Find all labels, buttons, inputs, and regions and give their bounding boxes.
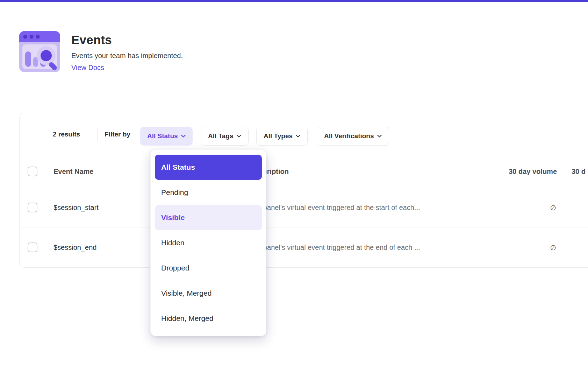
column-header-30-day-volume: 30 day volume <box>509 168 557 176</box>
menu-item-dropped[interactable]: Dropped <box>155 255 262 281</box>
column-header-truncated: 30 d <box>572 168 588 176</box>
volume-cell: ∅ <box>550 244 556 252</box>
event-description-cell: panel's virtual event triggered at the e… <box>263 244 459 252</box>
chevron-down-icon <box>181 135 186 138</box>
filter-divider <box>98 128 98 141</box>
tags-filter-label: All Tags <box>208 132 234 140</box>
status-filter-menu: All Status Pending Visible Hidden Droppe… <box>150 149 266 336</box>
row-checkbox[interactable] <box>28 203 37 212</box>
status-filter-label: All Status <box>147 132 178 140</box>
menu-item-hidden-merged[interactable]: Hidden, Merged <box>155 306 262 331</box>
types-filter-button[interactable]: All Types <box>256 127 308 146</box>
table-header-row: Event Name Description 30 day volume 30 … <box>20 156 588 187</box>
view-docs-link[interactable]: View Docs <box>71 64 104 72</box>
chevron-down-icon <box>377 135 382 138</box>
menu-item-visible-merged[interactable]: Visible, Merged <box>155 281 262 306</box>
verifications-filter-label: All Verifications <box>324 132 374 140</box>
menu-item-visible[interactable]: Visible <box>155 205 262 230</box>
event-name-cell[interactable]: $session_start <box>53 204 99 212</box>
column-header-event-name: Event Name <box>53 168 94 176</box>
status-filter-button[interactable]: All Status <box>140 127 193 146</box>
table-row[interactable]: $session_start panel's virtual event tri… <box>20 187 588 227</box>
chevron-down-icon <box>296 135 300 138</box>
volume-cell: ∅ <box>550 204 556 212</box>
event-description-cell: panel's virtual event triggered at the s… <box>263 204 459 212</box>
results-count: 2 results <box>53 113 80 156</box>
row-checkbox[interactable] <box>28 242 37 252</box>
events-card: 2 results Filter by All Status All Tags … <box>19 113 588 268</box>
types-filter-label: All Types <box>264 132 293 140</box>
tags-filter-button[interactable]: All Tags <box>201 127 249 146</box>
events-app-icon <box>19 31 60 72</box>
filter-bar: 2 results Filter by All Status All Tags … <box>20 113 588 156</box>
menu-item-all-status[interactable]: All Status <box>155 155 262 180</box>
top-accent-bar <box>0 0 588 2</box>
menu-item-pending[interactable]: Pending <box>155 180 262 205</box>
event-name-cell[interactable]: $session_end <box>53 244 96 252</box>
page-title: Events <box>71 33 112 47</box>
page-subtitle: Events your team has implemented. <box>71 52 183 60</box>
verifications-filter-button[interactable]: All Verifications <box>317 127 389 146</box>
select-all-checkbox[interactable] <box>28 167 37 176</box>
chevron-down-icon <box>237 135 241 138</box>
filter-by-label: Filter by <box>105 113 130 156</box>
table-row[interactable]: $session_end panel's virtual event trigg… <box>20 227 588 267</box>
menu-item-hidden[interactable]: Hidden <box>155 230 262 255</box>
events-page: Events Events your team has implemented.… <box>0 0 588 366</box>
